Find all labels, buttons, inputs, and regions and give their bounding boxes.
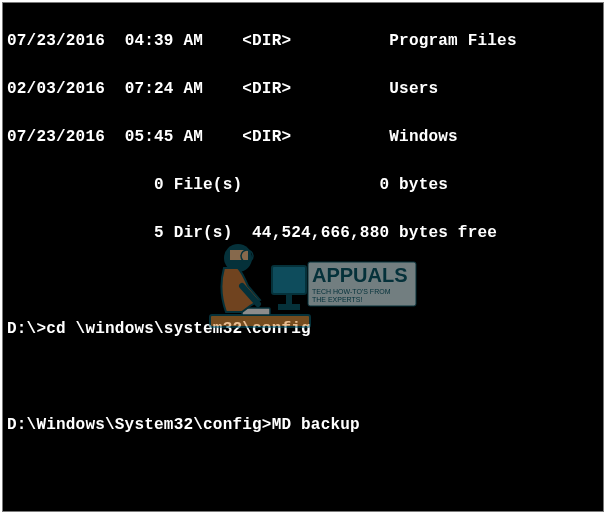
command-line: D:\>cd \windows\system32\config [7,317,599,341]
dir-summary-files: 0 File(s) 0 bytes [7,173,599,197]
prompt: D:\> [7,320,46,338]
command-text: cd \windows\system32\config [46,320,311,338]
dir-summary-dirs: 5 Dir(s) 44,524,666,880 bytes free [7,221,599,245]
prompt: D:\Windows\System32\config> [7,416,272,434]
blank-line [7,365,599,389]
dir-entry: 02/03/2016 07:24 AM <DIR> Users [7,77,599,101]
dir-entry: 07/23/2016 04:39 AM <DIR> Program Files [7,29,599,53]
command-line: D:\Windows\System32\config>MD backup [7,413,599,437]
blank-line [7,461,599,485]
blank-line [7,269,599,293]
dir-entry: 07/23/2016 05:45 AM <DIR> Windows [7,125,599,149]
command-text: MD backup [272,416,360,434]
command-prompt-terminal[interactable]: 07/23/2016 04:39 AM <DIR> Program Files … [3,3,603,511]
command-line: D:\Windows\System32\config>copy *.* back… [7,509,599,511]
